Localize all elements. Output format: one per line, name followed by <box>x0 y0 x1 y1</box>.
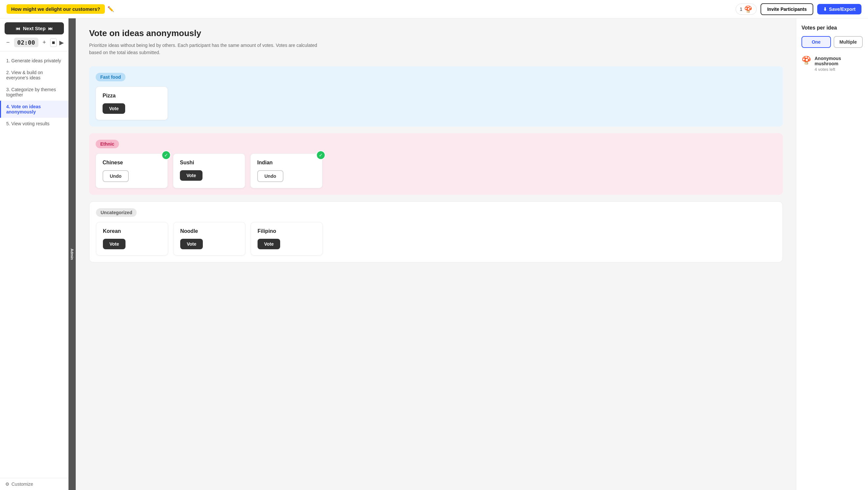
admin-label: Admin <box>68 18 76 490</box>
participant-info: Anonymous mushroom 4 votes left <box>814 56 863 72</box>
participant-mushroom-icon: 🍄 <box>802 56 811 65</box>
sidebar-item-step4[interactable]: 4. Vote on ideas anonymously <box>0 101 68 118</box>
vote-button-korean[interactable]: Vote <box>103 239 125 249</box>
category-label-uncategorized: Uncategorized <box>96 208 137 217</box>
main-content: Vote on ideas anonymously Prioritize ide… <box>76 18 796 490</box>
timer-plus-button[interactable]: + <box>41 38 48 47</box>
card-indian: ✓IndianUndo <box>250 153 322 188</box>
invite-participants-button[interactable]: Invite Participants <box>761 3 813 15</box>
card-sushi: SushiVote <box>173 153 245 188</box>
vote-button-sushi[interactable]: Vote <box>180 170 203 181</box>
stop-icon: ■ <box>52 40 55 46</box>
card-name-korean: Korean <box>103 228 161 234</box>
category-label-ethnic: Ethnic <box>96 140 119 148</box>
categories-container: Fast foodPizzaVoteEthnic✓ChineseUndoSush… <box>89 66 783 262</box>
next-step-icon: ⏭ <box>48 26 53 31</box>
votes-per-idea-options: OneMultiple <box>802 36 863 48</box>
edit-icon[interactable]: ✏️ <box>107 6 114 12</box>
card-name-pizza: Pizza <box>102 93 161 99</box>
category-label-fast-food: Fast food <box>96 73 125 81</box>
sidebar-item-step3[interactable]: 3. Categorize by themes together <box>0 84 68 101</box>
card-name-indian: Indian <box>257 160 315 166</box>
undo-button-indian[interactable]: Undo <box>257 170 283 182</box>
card-name-sushi: Sushi <box>180 160 238 166</box>
timer-play-button[interactable]: ▶ <box>59 39 64 46</box>
sidebar: Admin ⏮ Next Step ⏭ − 02:00 + ■ ▶ 1. Gen… <box>0 18 76 490</box>
votes-per-idea-title: Votes per idea <box>802 25 863 31</box>
next-step-button[interactable]: ⏮ Next Step ⏭ <box>5 22 64 34</box>
sidebar-item-step1[interactable]: 1. Generate ideas privately <box>0 55 68 66</box>
vote-button-pizza[interactable]: Vote <box>102 103 125 114</box>
votes-left: 4 votes left <box>814 67 863 72</box>
category-fast-food: Fast foodPizzaVote <box>89 66 783 126</box>
participant-number: 1 <box>740 6 743 12</box>
page-description: Prioritize ideas without being led by ot… <box>89 42 318 56</box>
undo-button-chinese[interactable]: Undo <box>102 170 129 182</box>
save-export-button[interactable]: ⬇ Save/Export <box>817 4 862 15</box>
vote-button-filipino[interactable]: Vote <box>257 239 280 249</box>
prev-step-icon: ⏮ <box>16 26 20 31</box>
card-name-noodle: Noodle <box>180 228 239 234</box>
sidebar-item-step5[interactable]: 5. View voting results <box>0 118 68 129</box>
save-icon: ⬇ <box>823 6 827 12</box>
card-korean: KoreanVote <box>96 222 168 256</box>
page-title: Vote on ideas anonymously <box>89 28 783 38</box>
session-title: How might we delight our customers? <box>6 4 105 14</box>
vote-option-multiple[interactable]: Multiple <box>834 36 863 48</box>
participant-name: Anonymous mushroom <box>814 56 863 66</box>
voted-check-chinese: ✓ <box>161 150 171 160</box>
timer-stop-button[interactable]: ■ <box>50 38 57 47</box>
participant-avatar-icon: 🍄 <box>744 5 752 13</box>
timer-display: 02:00 <box>14 38 38 47</box>
header: How might we delight our customers? ✏️ 1… <box>0 0 868 18</box>
customize-button[interactable]: ⚙ Customize <box>0 478 68 490</box>
card-filipino: FilipinoVote <box>251 222 323 256</box>
header-right: 1 🍄 Invite Participants ⬇ Save/Export <box>736 3 862 15</box>
participant-count: 1 🍄 <box>736 4 757 15</box>
card-chinese: ✓ChineseUndo <box>96 153 168 188</box>
card-name-filipino: Filipino <box>257 228 316 234</box>
cards-row-uncategorized: KoreanVoteNoodleVoteFilipinoVote <box>96 222 776 256</box>
card-pizza: PizzaVote <box>96 87 168 120</box>
timer-minus-button[interactable]: − <box>5 38 11 47</box>
timer-section: ⏮ Next Step ⏭ − 02:00 + ■ ▶ <box>0 18 68 52</box>
customize-icon: ⚙ <box>5 482 9 487</box>
timer-controls: − 02:00 + ■ ▶ <box>5 38 64 47</box>
category-ethnic: Ethnic✓ChineseUndoSushiVote✓IndianUndo <box>89 133 783 195</box>
participant-card: 🍄 Anonymous mushroom 4 votes left <box>802 56 863 72</box>
voted-check-indian: ✓ <box>316 150 326 160</box>
sidebar-item-step2[interactable]: 2. View & build on everyone's ideas <box>0 66 68 84</box>
card-noodle: NoodleVote <box>173 222 245 256</box>
right-panel: Votes per idea OneMultiple 🍄 Anonymous m… <box>796 18 868 490</box>
nav-items: 1. Generate ideas privately2. View & bui… <box>0 52 68 478</box>
header-left: How might we delight our customers? ✏️ <box>6 4 114 14</box>
cards-row-fast-food: PizzaVote <box>96 87 776 120</box>
vote-option-one[interactable]: One <box>802 36 831 48</box>
card-name-chinese: Chinese <box>102 160 161 166</box>
cards-row-ethnic: ✓ChineseUndoSushiVote✓IndianUndo <box>96 153 776 188</box>
layout: Admin ⏮ Next Step ⏭ − 02:00 + ■ ▶ 1. Gen… <box>0 0 868 490</box>
vote-button-noodle[interactable]: Vote <box>180 239 203 249</box>
category-uncategorized: UncategorizedKoreanVoteNoodleVoteFilipin… <box>89 201 783 262</box>
